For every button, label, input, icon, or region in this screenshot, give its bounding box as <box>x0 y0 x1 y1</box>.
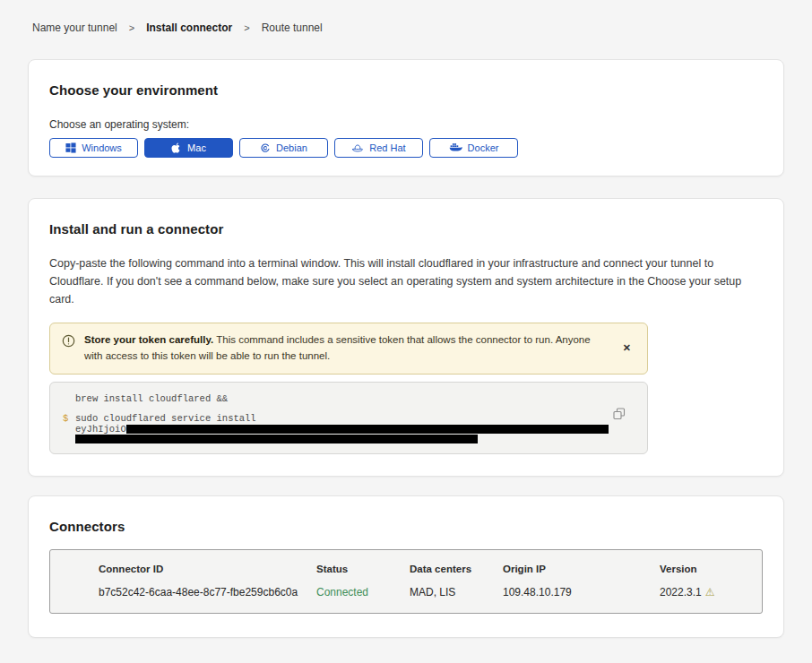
breadcrumb-route-tunnel[interactable]: Route tunnel <box>262 22 323 34</box>
redhat-logo-icon <box>351 143 364 153</box>
connector-id-value: b7c52c42-6caa-48ee-8c77-fbe259cb6c0a <box>99 586 316 598</box>
table-header-row: Connector ID Status Data centers Origin … <box>99 564 744 574</box>
os-button-windows[interactable]: Windows <box>49 138 138 158</box>
token-warning-banner: Store your token carefully. This command… <box>49 323 648 375</box>
install-description: Copy-paste the following command into a … <box>49 254 762 308</box>
os-button-mac[interactable]: Mac <box>144 138 233 158</box>
connectors-table: Connector ID Status Data centers Origin … <box>49 549 763 614</box>
choose-environment-card: Choose your environment Choose an operat… <box>28 59 784 177</box>
column-header-status: Status <box>316 564 410 574</box>
breadcrumb-install-connector[interactable]: Install connector <box>146 22 232 34</box>
data-centers-value: MAD, LIS <box>410 586 503 598</box>
breadcrumb-separator: > <box>244 22 249 33</box>
debian-logo-icon <box>260 142 271 153</box>
os-button-label: Red Hat <box>369 142 405 153</box>
code-line: eyJhIjoiO <box>63 425 611 435</box>
install-card-title: Install and run a connector <box>49 221 763 237</box>
connectors-card-title: Connectors <box>49 519 763 534</box>
environment-card-title: Choose your environment <box>49 82 763 98</box>
warning-title: Store your token carefully. <box>84 334 213 345</box>
windows-logo-icon <box>65 142 76 153</box>
apple-logo-icon <box>171 142 182 154</box>
close-icon[interactable]: ✕ <box>618 340 636 356</box>
os-button-label: Mac <box>187 142 206 153</box>
os-button-label: Windows <box>82 142 122 153</box>
code-line <box>63 435 611 443</box>
os-select-label: Choose an operating system: <box>49 118 763 131</box>
breadcrumb-separator: > <box>129 22 134 33</box>
os-button-redhat[interactable]: Red Hat <box>334 138 423 158</box>
breadcrumb: Name your tunnel > Install connector > R… <box>0 0 812 34</box>
os-button-docker[interactable]: Docker <box>429 138 518 158</box>
warning-text: Store your token carefully. This command… <box>84 332 609 365</box>
copy-icon <box>613 409 626 423</box>
column-header-version: Version <box>660 564 744 574</box>
code-command-2: sudo cloudflared service install <box>75 414 256 425</box>
column-header-connector-id: Connector ID <box>99 564 316 574</box>
install-command-code-block: brew install cloudflared && $ sudo cloud… <box>49 382 648 455</box>
docker-logo-icon <box>449 142 462 153</box>
os-button-label: Docker <box>468 142 499 153</box>
column-header-data-centers: Data centers <box>410 564 503 574</box>
redacted-token-bar <box>126 425 609 434</box>
status-badge: Connected <box>316 586 410 598</box>
warning-triangle-icon: ⚠ <box>705 586 715 598</box>
os-button-row: Windows Mac Debian <box>49 138 763 158</box>
code-line: $ sudo cloudflared service install <box>63 414 611 425</box>
column-header-origin-ip: Origin IP <box>503 564 660 574</box>
origin-ip-value: 109.48.10.179 <box>503 586 660 598</box>
os-button-debian[interactable]: Debian <box>239 138 328 158</box>
code-line: brew install cloudflared && <box>63 394 611 405</box>
copy-command-button[interactable] <box>611 406 627 425</box>
version-value: 2022.3.1 ⚠ <box>660 586 744 598</box>
code-command-1: brew install cloudflared && <box>75 394 228 405</box>
table-row: b7c52c42-6caa-48ee-8c77-fbe259cb6c0a Con… <box>99 586 744 598</box>
os-button-label: Debian <box>276 142 307 153</box>
token-prefix: eyJhIjoiO <box>75 425 126 435</box>
install-connector-card: Install and run a connector Copy-paste t… <box>28 198 784 477</box>
connectors-card: Connectors Connector ID Status Data cent… <box>28 495 784 638</box>
alert-circle-icon <box>62 334 75 353</box>
redacted-token-bar <box>75 435 478 443</box>
shell-prompt: $ <box>63 414 75 425</box>
breadcrumb-name-your-tunnel[interactable]: Name your tunnel <box>32 22 117 34</box>
